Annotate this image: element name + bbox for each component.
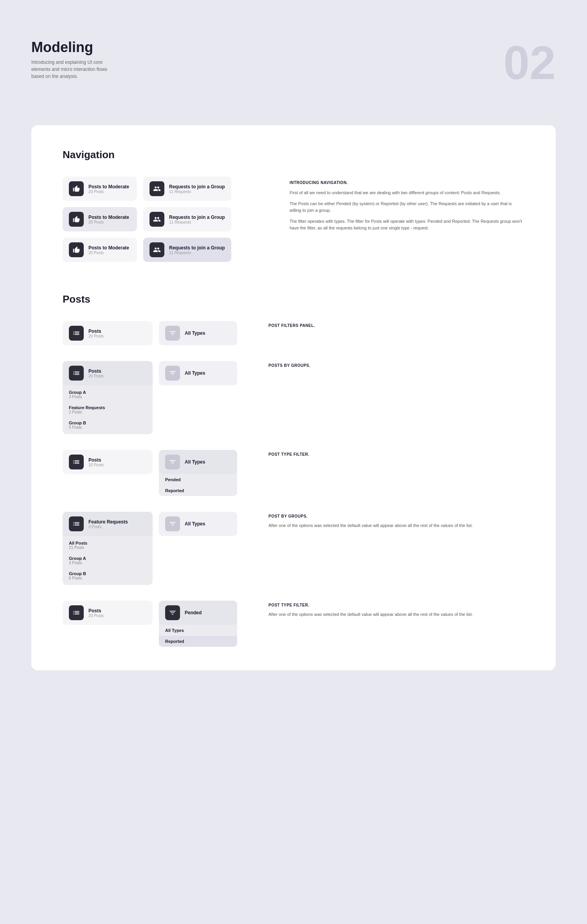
posts-title-5: Posts [88, 608, 104, 614]
nav-item-subtitle-posts-2: 20 Posts [88, 220, 129, 224]
posts-group-5: Posts 20 Posts [63, 601, 153, 625]
dropdown-item-all-posts[interactable]: All Posts 21 Posts [63, 538, 153, 553]
nav-desc-p1: First of all we need to understand that … [290, 189, 524, 197]
nav-item-subtitle-requests-1: 11 Requests [169, 189, 225, 194]
nav-desc-p2: The Posts can be either Pended (by syste… [290, 200, 524, 214]
filter-option-pended-3[interactable]: Pended [159, 474, 237, 485]
nav-row-1: Posts to Moderate 20 Posts Requests to j… [63, 177, 250, 201]
filter-3: All Types Pended Reported [159, 450, 237, 496]
posts-row-1-items: Posts 20 Posts All Types [63, 321, 237, 345]
nav-item-title-requests-3: Requests to join a Group [169, 245, 225, 251]
nav-item-text-requests-1: Requests to join a Group 11 Requests [169, 184, 225, 194]
posts-desc-5: POST TYPE FILTER. After one of the optio… [253, 601, 524, 618]
nav-item-text-posts-3: Posts to Moderate 20 Posts [88, 245, 129, 255]
posts-dropdown-4: All Posts 21 Posts Group A 3 Posts Group… [63, 536, 153, 585]
filter-main-5[interactable]: Pended [159, 601, 237, 625]
filter-dropdown-5: All Types Reported [159, 625, 237, 647]
nav-section: Navigation Posts to Moderate 20 Posts [63, 149, 524, 262]
posts-expanded-4: Feature Requests 3 Posts All Posts 21 Po… [63, 512, 153, 585]
dropdown-item-group-b-4[interactable]: Group B 6 Posts [63, 568, 153, 583]
posts-item-text-4: Feature Requests 3 Posts [88, 519, 128, 529]
filter-label-4: All Types [185, 521, 205, 527]
posts-item-text-2: Posts 20 Posts [88, 368, 104, 378]
posts-subtitle-3: 20 Posts [88, 463, 104, 467]
filter-5: Pended All Types Reported [159, 601, 237, 647]
nav-layout: Posts to Moderate 20 Posts Requests to j… [63, 177, 524, 262]
posts-subtitle-5: 20 Posts [88, 614, 104, 618]
posts-desc-heading-1: POST FILTERS PANEL. [268, 323, 524, 328]
posts-item-text-1: Posts 20 Posts [88, 328, 104, 338]
dropdown-item-group-a-4[interactable]: Group A 3 Posts [63, 553, 153, 568]
nav-rows: Posts to Moderate 20 Posts Requests to j… [63, 177, 250, 262]
filter-option-reported-3[interactable]: Reported [159, 485, 237, 496]
posts-main-5[interactable]: Posts 20 Posts [63, 601, 153, 625]
posts-desc-heading-5: POST TYPE FILTER. [268, 603, 524, 607]
filter-svg-4 [169, 520, 176, 528]
filter-option-all-types-5[interactable]: All Types [159, 625, 237, 636]
posts-main-2[interactable]: Posts 20 Posts [63, 361, 153, 385]
posts-main-3[interactable]: Posts 20 Posts [63, 450, 153, 474]
posts-icon-2 [69, 212, 84, 227]
nav-item-posts-1[interactable]: Posts to Moderate 20 Posts [63, 177, 137, 201]
nav-item-requests-3[interactable]: Requests to join a Group 11 Requests [143, 238, 231, 262]
nav-item-title-posts-3: Posts to Moderate [88, 245, 129, 251]
main-card: Navigation Posts to Moderate 20 Posts [31, 125, 556, 670]
header-section: Modeling Introducing and explaining UI c… [31, 23, 556, 102]
posts-row-4-items: Feature Requests 3 Posts All Posts 21 Po… [63, 512, 237, 585]
posts-section: Posts Posts 20 Posts [63, 293, 524, 647]
posts-list-icon-5 [69, 605, 84, 620]
posts-section-title: Posts [63, 293, 524, 305]
posts-list-icon-2 [69, 366, 84, 381]
list-icon-3 [72, 458, 80, 466]
dropdown-item-group-a[interactable]: Group A 3 Posts [63, 387, 153, 402]
filter-option-reported-5[interactable]: Reported [159, 636, 237, 647]
filter-2: All Types [159, 361, 237, 385]
nav-item-title-requests-2: Requests to join a Group [169, 215, 225, 220]
filter-main-2[interactable]: All Types [159, 361, 237, 385]
nav-item-requests-2[interactable]: Requests to join a Group 11 Requests [143, 207, 231, 231]
page-wrapper: Modeling Introducing and explaining UI c… [0, 0, 587, 694]
posts-rows: Posts 20 Posts All Types [63, 321, 524, 647]
filter-svg-3 [169, 458, 176, 466]
page-subtitle: Introducing and explaining UI core eleme… [31, 59, 121, 80]
nav-desc-heading: INTRODUCING NAVIGATION. [290, 180, 524, 185]
filter-label-1: All Types [185, 330, 205, 336]
posts-row-2: Posts 20 Posts Group A 3 Posts [63, 361, 524, 434]
filter-icon-2 [165, 366, 180, 381]
nav-row-3: Posts to Moderate 20 Posts Requests to j… [63, 238, 250, 262]
nav-item-text-requests-2: Requests to join a Group 11 Requests [169, 215, 225, 224]
filter-label-2: All Types [185, 370, 205, 376]
posts-icon-3 [69, 242, 84, 257]
filter-svg-1 [169, 329, 176, 337]
dropdown-item-feature-requests[interactable]: Feature Requests 2 Posts [63, 402, 153, 417]
posts-main-1[interactable]: Posts 20 Posts [63, 321, 153, 345]
dropdown-item-group-b[interactable]: Group B 5 Posts [63, 417, 153, 433]
posts-item-text-5: Posts 20 Posts [88, 608, 104, 618]
posts-expanded-2: Posts 20 Posts Group A 3 Posts [63, 361, 153, 434]
thumbs-icon [72, 185, 80, 193]
nav-row-2: Posts to Moderate 20 Posts Requests to j… [63, 207, 250, 231]
nav-desc-p3: The filter operates with types. The filt… [290, 218, 524, 232]
posts-desc-2: POSTS BY GROUPS. [253, 361, 524, 372]
posts-subtitle-2: 20 Posts [88, 374, 104, 378]
posts-main-4[interactable]: Feature Requests 3 Posts [63, 512, 153, 536]
posts-row-5-items: Posts 20 Posts [63, 601, 237, 647]
posts-desc-heading-2: POSTS BY GROUPS. [268, 363, 524, 368]
filter-main-3[interactable]: All Types [159, 450, 237, 474]
filter-icon-4 [165, 516, 180, 531]
posts-row-2-items: Posts 20 Posts Group A 3 Posts [63, 361, 237, 434]
posts-list-icon-1 [69, 326, 84, 341]
nav-item-requests-1[interactable]: Requests to join a Group 11 Requests [143, 177, 231, 201]
filter-4: All Types [159, 512, 237, 536]
requests-icon-2 [149, 212, 164, 227]
posts-group-2: Posts 20 Posts Group A 3 Posts [63, 361, 153, 434]
filter-main-1[interactable]: All Types [159, 321, 237, 345]
requests-icon-1 [149, 181, 164, 196]
nav-item-posts-2[interactable]: Posts to Moderate 20 Posts [63, 207, 137, 231]
group-icon-2 [153, 215, 161, 223]
filter-icon-5 [165, 605, 180, 620]
nav-item-subtitle-posts-1: 20 Posts [88, 189, 129, 194]
section-number: 02 [504, 39, 556, 86]
nav-item-posts-3[interactable]: Posts to Moderate 20 Posts [63, 238, 137, 262]
filter-main-4[interactable]: All Types [159, 512, 237, 536]
